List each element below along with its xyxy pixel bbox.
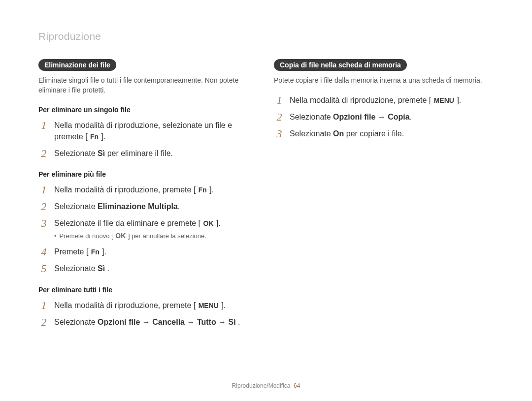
text: . bbox=[105, 264, 109, 273]
step-row: 3 Selezionate On per copiare i file. bbox=[274, 128, 494, 140]
step-number: 1 bbox=[38, 184, 49, 196]
footer-page-number: 64 bbox=[294, 382, 300, 389]
step-body: Selezionate il file da eliminare e preme… bbox=[54, 217, 258, 241]
step-body: Selezionate Sì . bbox=[54, 263, 258, 274]
bold-text: On bbox=[333, 129, 344, 138]
text: Nella modalità di riproduzione, premete … bbox=[54, 185, 198, 194]
bold-text: Opzioni file → Copia bbox=[333, 113, 410, 121]
left-column: Eliminazione dei file Eliminate singoli … bbox=[38, 59, 258, 333]
step-body: Selezionate Opzioni file → Copia. bbox=[290, 111, 494, 123]
step-row: 2 Selezionate Opzioni file → Cancella → … bbox=[38, 316, 258, 328]
ok-key-icon: OK bbox=[115, 231, 126, 241]
step-body: Selezionate Eliminazione Multipla. bbox=[54, 201, 258, 212]
step-row: 2 Selezionate Opzioni file → Copia. bbox=[274, 111, 494, 123]
intro-delete: Eliminate singoli file o tutti i file co… bbox=[38, 76, 258, 95]
bold-text: Opzioni file → Cancella → Tutto → Sì bbox=[98, 318, 236, 326]
step-row: 1 Nella modalità di riproduzione, premet… bbox=[38, 184, 258, 196]
text: ]. bbox=[219, 301, 226, 309]
bold-text: Sì bbox=[98, 264, 105, 273]
text: ]. bbox=[455, 96, 461, 104]
text: Selezionate bbox=[54, 264, 98, 273]
bold-text: Sì bbox=[98, 149, 105, 157]
bullet-icon: • bbox=[54, 232, 57, 240]
right-column: Copia di file nella scheda di memoria Po… bbox=[274, 59, 494, 333]
step-number: 1 bbox=[38, 300, 49, 311]
step-number: 2 bbox=[274, 111, 285, 123]
step-row: 4 Premete [ Fn ]. bbox=[38, 246, 258, 258]
text: Selezionate bbox=[54, 202, 98, 211]
step-body: Nella modalità di riproduzione, premete … bbox=[54, 184, 258, 195]
menu-key-icon: MENU bbox=[433, 95, 455, 105]
step-body: Selezionate Sì per eliminare il file. bbox=[54, 148, 258, 159]
step-number: 2 bbox=[38, 316, 49, 328]
fn-key-icon: Fn bbox=[91, 247, 100, 257]
pill-delete-files: Eliminazione dei file bbox=[38, 59, 116, 71]
step-row: 1 Nella modalità di riproduzione, premet… bbox=[38, 300, 258, 311]
fn-key-icon: Fn bbox=[198, 185, 207, 195]
text: . bbox=[410, 113, 412, 121]
text: Nella modalità di riproduzione, selezion… bbox=[54, 121, 232, 141]
text: ]. bbox=[214, 219, 221, 227]
text: Selezionate bbox=[54, 318, 98, 326]
subhead-delete-single: Per eliminare un singolo file bbox=[38, 106, 258, 114]
text: ]. bbox=[207, 185, 214, 194]
text: . bbox=[236, 318, 240, 326]
step-number: 5 bbox=[38, 263, 49, 275]
step-row: 1 Nella modalità di riproduzione, premet… bbox=[274, 94, 494, 106]
bold-text: Eliminazione Multipla bbox=[98, 202, 178, 211]
step-row: 1 Nella modalità di riproduzione, selezi… bbox=[38, 120, 258, 142]
page-footer: Riproduzione/Modifica 64 bbox=[0, 382, 532, 389]
step-number: 2 bbox=[38, 148, 49, 159]
intro-copy: Potete copiare i file dalla memoria inte… bbox=[274, 76, 494, 86]
text: . bbox=[178, 202, 180, 211]
step-number: 1 bbox=[38, 120, 49, 131]
content-columns: Eliminazione dei file Eliminate singoli … bbox=[38, 59, 494, 333]
step-body: Nella modalità di riproduzione, selezion… bbox=[54, 120, 258, 142]
steps-delete-single: 1 Nella modalità di riproduzione, selezi… bbox=[38, 120, 258, 159]
step-row: 3 Selezionate il file da eliminare e pre… bbox=[38, 217, 258, 241]
text: ]. bbox=[100, 247, 106, 256]
step-body: Selezionate On per copiare i file. bbox=[290, 128, 494, 139]
step-body: Selezionate Opzioni file → Cancella → Tu… bbox=[54, 316, 258, 328]
footer-section: Riproduzione/Modifica bbox=[232, 382, 291, 389]
step-number: 3 bbox=[274, 128, 285, 140]
text: per copiare i file. bbox=[344, 129, 404, 138]
step-number: 1 bbox=[274, 94, 285, 106]
text: ] per annullare la selezione. bbox=[126, 232, 206, 240]
page-title: Riproduzione bbox=[38, 31, 494, 42]
menu-key-icon: MENU bbox=[198, 301, 219, 310]
ok-key-icon: OK bbox=[203, 218, 214, 228]
steps-copy: 1 Nella modalità di riproduzione, premet… bbox=[274, 94, 494, 140]
step-number: 3 bbox=[38, 217, 49, 229]
text: per eliminare il file. bbox=[105, 149, 173, 157]
text: Selezionate bbox=[54, 149, 98, 157]
subhead-delete-all: Per eliminare tutti i file bbox=[38, 286, 258, 294]
step-number: 2 bbox=[38, 201, 49, 213]
step-body: Nella modalità di riproduzione, premete … bbox=[54, 300, 258, 311]
text: Selezionate il file da eliminare e preme… bbox=[54, 219, 203, 227]
page: Riproduzione Eliminazione dei file Elimi… bbox=[0, 0, 532, 401]
step-row: 2 Selezionate Sì per eliminare il file. bbox=[38, 148, 258, 159]
step-row: 2 Selezionate Eliminazione Multipla. bbox=[38, 201, 258, 213]
text: Selezionate bbox=[290, 113, 333, 121]
text: Premete di nuovo [ bbox=[60, 232, 115, 240]
text: Nella modalità di riproduzione, premete … bbox=[54, 301, 198, 309]
text: Premete [ bbox=[54, 247, 91, 256]
step-row: 5 Selezionate Sì . bbox=[38, 263, 258, 275]
step-body: Premete [ Fn ]. bbox=[54, 246, 258, 257]
steps-delete-all: 1 Nella modalità di riproduzione, premet… bbox=[38, 300, 258, 328]
step-number: 4 bbox=[38, 246, 49, 258]
step-note: •Premete di nuovo [ OK ] per annullare l… bbox=[54, 231, 258, 241]
text: ]. bbox=[99, 132, 105, 141]
fn-key-icon: Fn bbox=[90, 132, 99, 142]
text: Selezionate bbox=[290, 129, 333, 138]
pill-copy-files: Copia di file nella scheda di memoria bbox=[274, 59, 407, 71]
step-body: Nella modalità di riproduzione, premete … bbox=[290, 94, 494, 106]
steps-delete-multiple: 1 Nella modalità di riproduzione, premet… bbox=[38, 184, 258, 275]
subhead-delete-multiple: Per eliminare più file bbox=[38, 170, 258, 178]
text: Nella modalità di riproduzione, premete … bbox=[290, 96, 433, 104]
